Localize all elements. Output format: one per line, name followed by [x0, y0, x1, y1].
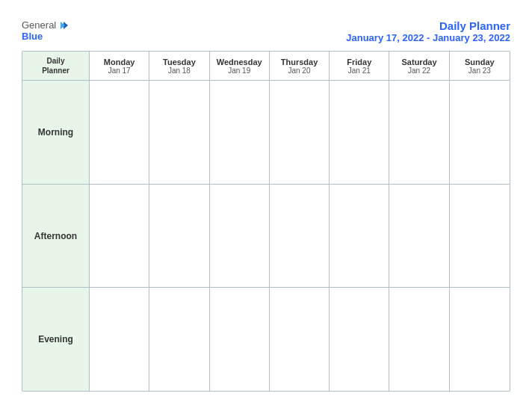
- day-name: Thursday: [281, 58, 318, 67]
- cell-morning-saturday[interactable]: [389, 81, 449, 184]
- day-date: Jan 18: [168, 67, 191, 75]
- logo-text: General: [22, 19, 69, 31]
- header-right: Daily Planner January 17, 2022 - January…: [346, 19, 510, 43]
- cell-evening-thursday[interactable]: [270, 288, 330, 391]
- header-cell-monday: Monday Jan 17: [90, 52, 149, 80]
- header-cell-thursday: Thursday Jan 20: [270, 52, 330, 80]
- cell-afternoon-monday[interactable]: [90, 185, 149, 288]
- cell-afternoon-wednesday[interactable]: [210, 185, 270, 288]
- cell-morning-sunday[interactable]: [450, 81, 510, 184]
- logo-general: General: [22, 19, 56, 31]
- cell-afternoon-thursday[interactable]: [270, 185, 330, 288]
- cell-evening-wednesday[interactable]: [210, 288, 270, 391]
- cell-morning-tuesday[interactable]: [149, 81, 209, 184]
- day-date: Jan 17: [108, 67, 131, 75]
- day-date: Jan 19: [228, 67, 250, 75]
- day-date: Jan 20: [288, 67, 310, 75]
- cell-evening-tuesday[interactable]: [149, 288, 209, 391]
- cell-evening-friday[interactable]: [330, 288, 389, 391]
- cell-afternoon-saturday[interactable]: [389, 185, 449, 288]
- cell-morning-friday[interactable]: [330, 81, 389, 184]
- calendar-body: MorningAfternoonEvening: [22, 81, 510, 391]
- calendar-header-row: Daily Planner Monday Jan 17 Tuesday Jan …: [22, 52, 510, 81]
- day-date: Jan 23: [468, 67, 491, 75]
- planner-label-line1: Daily: [47, 56, 65, 66]
- date-range: January 17, 2022 - January 23, 2022: [346, 32, 510, 43]
- calendar: Daily Planner Monday Jan 17 Tuesday Jan …: [22, 51, 510, 392]
- cell-afternoon-sunday[interactable]: [450, 185, 510, 288]
- day-date: Jan 22: [408, 67, 430, 75]
- day-name: Sunday: [465, 58, 495, 67]
- cell-afternoon-tuesday[interactable]: [149, 185, 209, 288]
- header-cell-friday: Friday Jan 21: [330, 52, 389, 80]
- row-label-afternoon: Afternoon: [22, 185, 90, 288]
- cell-morning-wednesday[interactable]: [210, 81, 270, 184]
- header-cell-wednesday: Wednesday Jan 19: [210, 52, 270, 80]
- cell-morning-thursday[interactable]: [270, 81, 330, 184]
- logo-icon: [58, 20, 69, 31]
- logo-area: General Blue: [22, 19, 69, 42]
- cal-row-evening: Evening: [22, 288, 510, 391]
- header-cell-sunday: Sunday Jan 23: [450, 52, 510, 80]
- cal-row-morning: Morning: [22, 81, 510, 185]
- day-name: Saturday: [402, 58, 437, 67]
- page: General Blue Daily Planner January 17, 2…: [8, 7, 524, 404]
- cell-morning-monday[interactable]: [90, 81, 149, 184]
- app-title: Daily Planner: [346, 19, 510, 32]
- logo-blue: Blue: [22, 31, 43, 42]
- planner-label-line2: Planner: [42, 66, 69, 75]
- header-cell-label: Daily Planner: [22, 52, 90, 80]
- day-name: Friday: [347, 58, 371, 67]
- cal-row-afternoon: Afternoon: [22, 185, 510, 288]
- day-name: Wednesday: [217, 58, 262, 67]
- header-cell-tuesday: Tuesday Jan 18: [149, 52, 209, 80]
- cell-evening-sunday[interactable]: [450, 288, 510, 391]
- header: General Blue Daily Planner January 17, 2…: [22, 19, 510, 43]
- day-name: Monday: [104, 58, 135, 67]
- row-label-morning: Morning: [22, 81, 90, 184]
- row-label-evening: Evening: [22, 288, 90, 391]
- cell-evening-saturday[interactable]: [389, 288, 449, 391]
- cell-afternoon-friday[interactable]: [330, 185, 389, 288]
- header-cell-saturday: Saturday Jan 22: [389, 52, 449, 80]
- day-name: Tuesday: [163, 58, 196, 67]
- day-date: Jan 21: [348, 67, 371, 75]
- cell-evening-monday[interactable]: [90, 288, 149, 391]
